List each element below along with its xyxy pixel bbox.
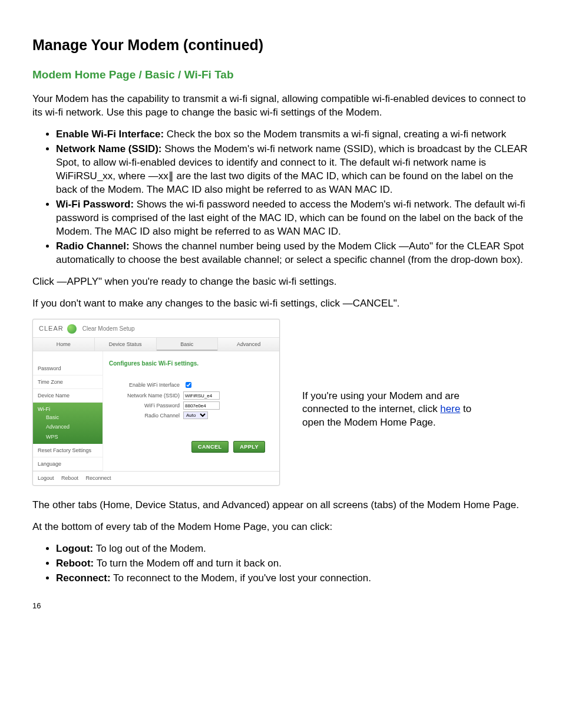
sidebar-sub-basic[interactable]: Basic — [38, 413, 98, 422]
list-item: Radio Channel: Shows the channel number … — [56, 240, 530, 267]
list-item: Enable Wi-Fi Interface: Check the box so… — [56, 128, 530, 141]
radio-channel-select[interactable]: Auto — [183, 411, 208, 419]
brand-logo-icon — [67, 324, 77, 334]
sidebar-item-wifi[interactable]: Wi-Fi Basic Advanced WPS — [33, 403, 103, 444]
feature-list: Enable Wi-Fi Interface: Check the box so… — [32, 128, 530, 266]
cancel-button[interactable]: CANCEL — [191, 441, 229, 453]
tab-basic[interactable]: Basic — [157, 338, 219, 351]
enable-wifi-label: Enable WiFi Interface — [109, 381, 183, 388]
page-title: Manage Your Modem (continued) — [32, 35, 530, 55]
sidebar: Password Time Zone Device Name Wi-Fi Bas… — [33, 351, 103, 471]
footer-reboot[interactable]: Reboot — [61, 475, 78, 481]
sidebar-sub-wps[interactable]: WPS — [38, 432, 98, 442]
footer-logout[interactable]: Logout — [38, 475, 54, 481]
tab-home[interactable]: Home — [33, 338, 95, 351]
panel-heading: Configures basic Wi-Fi settings. — [109, 360, 273, 368]
list-item: Wi-Fi Password: Shows the wi-fi password… — [56, 198, 530, 239]
brand-label: CLEAR — [39, 324, 64, 333]
list-item: Logout: To log out of the Modem. — [56, 542, 530, 556]
list-item: Network Name (SSID): Shows the Modem's w… — [56, 143, 530, 197]
cancel-note: If you don't want to make any changes to… — [32, 297, 530, 311]
password-label: WiFi Password — [109, 402, 183, 409]
list-item: Reconnect: To reconnect to the Modem, if… — [56, 572, 530, 585]
radio-label: Radio Channel — [109, 412, 183, 419]
tab-device-status[interactable]: Device Status — [95, 338, 157, 351]
bottom-intro: At the bottom of every tab of the Modem … — [32, 521, 530, 534]
sidebar-item-devicename[interactable]: Device Name — [33, 389, 103, 403]
main-panel: Configures basic Wi-Fi settings. Enable … — [103, 351, 279, 471]
footer-reconnect[interactable]: Reconnect — [86, 475, 111, 481]
page-number: 16 — [32, 601, 530, 611]
tab-advanced[interactable]: Advanced — [218, 338, 279, 351]
sidebar-item-password[interactable]: Password — [33, 362, 103, 375]
here-link[interactable]: here — [440, 403, 460, 414]
enable-wifi-checkbox[interactable] — [186, 382, 191, 388]
side-note: If you're using your Modem and are conne… — [302, 319, 473, 430]
password-input[interactable] — [183, 401, 220, 410]
footer-links: Logout Reboot Reconnect — [33, 471, 279, 482]
section-title: Modem Home Page / Basic / Wi-Fi Tab — [32, 67, 530, 83]
list-item: Reboot: To turn the Modem off and turn i… — [56, 557, 530, 571]
intro-paragraph: Your Modem has the capability to transmi… — [32, 93, 530, 120]
sidebar-sub-advanced[interactable]: Advanced — [38, 422, 98, 431]
ssid-label: Network Name (SSID) — [109, 392, 183, 399]
modem-ui-screenshot: CLEAR Clear Modem Setup Home Device Stat… — [32, 319, 280, 486]
sidebar-item-timezone[interactable]: Time Zone — [33, 375, 103, 389]
footer-action-list: Logout: To log out of the Modem. Reboot:… — [32, 542, 530, 585]
sidebar-item-language[interactable]: Language — [33, 457, 103, 471]
other-tabs-note: The other tabs (Home, Device Status, and… — [32, 499, 530, 512]
tab-bar: Home Device Status Basic Advanced — [33, 337, 279, 351]
apply-button[interactable]: APPLY — [233, 441, 265, 453]
sidebar-item-reset[interactable]: Reset Factory Settings — [33, 444, 103, 457]
apply-note: Click ―APPLY" when you're ready to chang… — [32, 275, 530, 289]
brand-subtitle: Clear Modem Setup — [82, 325, 135, 333]
ssid-input[interactable] — [183, 391, 220, 400]
